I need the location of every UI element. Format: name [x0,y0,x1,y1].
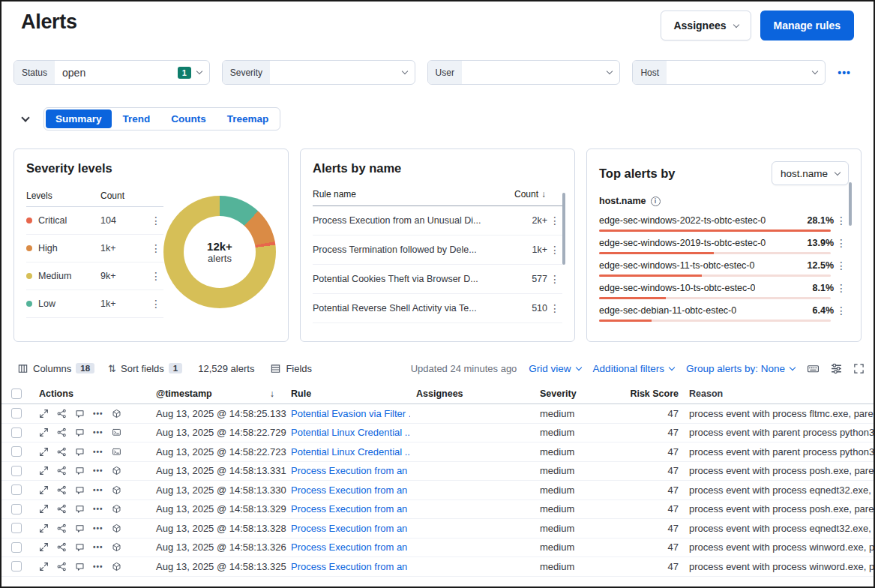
row-checkbox[interactable] [11,542,22,553]
expand-alert-icon[interactable] [39,562,49,572]
add-note-icon[interactable] [75,542,85,552]
sort-fields-button[interactable]: Sort fields 1 [103,363,187,374]
add-note-icon[interactable] [75,428,85,437]
severity-donut[interactable]: 12k+ alerts [163,196,276,308]
reason-column-header[interactable]: Reason [679,388,874,399]
expand-alert-icon[interactable] [39,542,49,552]
row-actions-kebab-icon[interactable] [148,214,163,226]
add-note-icon[interactable] [75,562,85,572]
row-actions-kebab-icon[interactable] [834,260,849,272]
row-actions-kebab-icon[interactable] [148,298,163,310]
row-actions-kebab-icon[interactable] [148,242,163,254]
more-actions-icon[interactable] [93,428,103,436]
row-actions-kebab-icon[interactable] [547,273,562,285]
fields-button[interactable]: Fields [265,363,317,374]
graph-cube-icon[interactable] [112,466,121,476]
additional-filters-menu[interactable]: Additional filters [593,363,674,374]
analyze-event-icon[interactable] [57,428,67,437]
more-actions-icon[interactable] [93,543,103,551]
manage-rules-button[interactable]: Manage rules [760,10,854,40]
graph-cube-icon[interactable] [112,504,121,514]
grid-view-menu[interactable]: Grid view [529,363,580,374]
rule-link[interactable]: Potential Linux Credential ... [291,446,410,458]
severity-column-header[interactable]: Severity [534,388,620,399]
analyze-event-icon[interactable] [57,466,67,476]
row-actions-kebab-icon[interactable] [547,244,562,256]
expand-alert-icon[interactable] [39,524,49,533]
add-note-icon[interactable] [75,409,85,418]
more-actions-icon[interactable] [93,466,103,475]
expand-alert-icon[interactable] [39,504,49,514]
fullscreen-icon[interactable] [853,363,865,374]
row-checkbox[interactable] [11,466,22,476]
add-note-icon[interactable] [75,466,85,476]
add-note-icon[interactable] [75,447,85,457]
panel-scrollbar[interactable] [562,193,565,265]
host-filter[interactable]: Host [632,60,826,85]
rule-link[interactable]: Process Execution from an ... [291,561,410,572]
analyze-event-icon[interactable] [57,485,67,495]
row-checkbox[interactable] [11,561,22,572]
row-checkbox[interactable] [11,428,22,438]
expand-alert-icon[interactable] [39,409,49,418]
more-filters-icon[interactable] [838,67,851,79]
analyze-event-icon[interactable] [57,447,67,457]
select-all-checkbox[interactable] [11,388,22,399]
graph-cube-icon[interactable] [112,524,121,533]
status-filter[interactable]: Status open 1 [13,60,210,85]
count-column-header-sorted[interactable]: Count [507,189,546,200]
row-checkbox[interactable] [11,484,22,495]
host-name-link[interactable]: edge-sec-windows-2019-ts-obtc-estec-0 [599,238,766,248]
analyze-event-icon[interactable] [57,562,67,572]
more-actions-icon[interactable] [93,505,103,513]
panel-scrollbar[interactable] [849,182,852,226]
row-checkbox[interactable] [11,446,22,457]
rule-link[interactable]: Process Execution from an ... [291,523,410,534]
rule-link[interactable]: Potential Evasion via Filter ... [291,408,410,419]
host-name-link[interactable]: edge-sec-windows-11-ts-obtc-estec-0 [599,260,755,271]
graph-cube-icon[interactable] [112,409,121,418]
chart-tab[interactable]: Counts [161,110,216,128]
info-icon[interactable]: i [651,196,661,206]
row-actions-kebab-icon[interactable] [547,302,562,314]
more-actions-icon[interactable] [93,448,103,456]
row-actions-kebab-icon[interactable] [834,282,849,294]
rule-link[interactable]: Process Execution from an ... [291,484,410,496]
rule-link[interactable]: Process Execution from an ... [291,542,410,553]
analyze-event-icon[interactable] [57,409,67,418]
row-actions-kebab-icon[interactable] [834,214,849,226]
row-actions-kebab-icon[interactable] [148,270,163,282]
analyze-event-icon[interactable] [57,524,67,533]
group-alerts-by-menu[interactable]: Group alerts by: None [686,363,795,374]
chart-tab[interactable]: Trend [113,110,160,128]
add-note-icon[interactable] [75,504,85,514]
assignees-button[interactable]: Assignees [661,10,751,40]
inspect-sliders-icon[interactable] [830,362,843,375]
expand-alert-icon[interactable] [39,485,49,495]
more-actions-icon[interactable] [93,524,103,532]
graph-cube-icon[interactable] [112,562,121,572]
more-actions-icon[interactable] [93,562,103,571]
rule-column-header[interactable]: Rule [285,388,410,399]
graph-cube-icon[interactable] [112,485,121,495]
session-view-icon[interactable] [112,428,121,437]
chart-tab[interactable]: Treemap [217,110,279,128]
chart-tab[interactable]: Summary [46,110,112,128]
timestamp-column-header[interactable]: @timestamp [150,388,285,399]
risk-score-column-header[interactable]: Risk Score [620,388,679,399]
user-filter[interactable]: User [427,60,621,85]
severity-filter[interactable]: Severity [222,60,415,85]
rule-link[interactable]: Process Execution from an ... [291,465,410,476]
columns-button[interactable]: Columns 18 [12,363,100,374]
row-checkbox[interactable] [11,504,22,514]
collapse-charts-chevron-icon[interactable] [22,115,28,123]
row-actions-kebab-icon[interactable] [547,214,562,226]
keyboard-shortcuts-icon[interactable] [807,362,820,375]
host-name-link[interactable]: edge-sec-debian-11-obtc-estec-0 [599,305,736,316]
rule-link[interactable]: Process Execution from an ... [291,503,410,514]
expand-alert-icon[interactable] [39,447,49,457]
add-note-icon[interactable] [75,485,85,495]
row-actions-kebab-icon[interactable] [834,304,849,316]
row-actions-kebab-icon[interactable] [834,237,849,249]
host-name-link[interactable]: edge-sec-windows-10-ts-obtc-estec-0 [599,283,755,293]
